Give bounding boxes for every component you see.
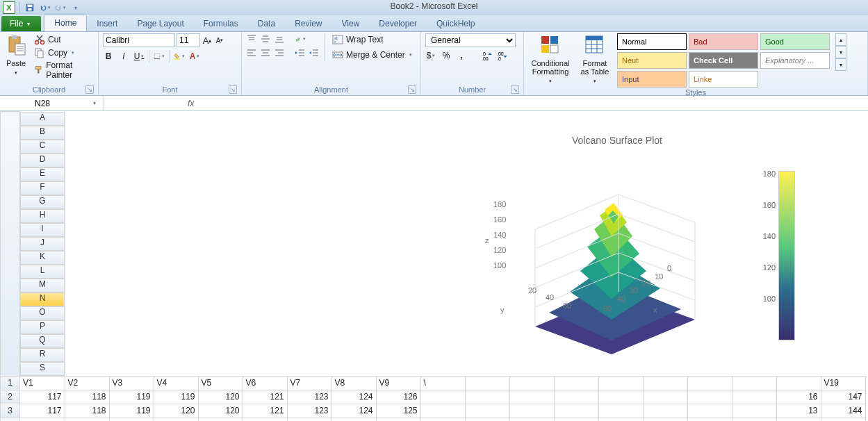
style-cell[interactable]: Neut [617,52,687,69]
increase-indent-icon[interactable] [309,47,320,58]
number-format-select[interactable]: General [425,33,516,47]
styles-scroll-up-icon[interactable]: ▴ [835,33,846,46]
style-cell[interactable]: Linke [689,71,758,88]
increase-decimal-icon[interactable]: .0.00 [481,50,492,61]
cell[interactable] [509,376,554,390]
fill-color-button[interactable] [174,51,185,62]
decrease-decimal-icon[interactable]: .00.0 [496,50,507,61]
qat-customize-icon[interactable]: ▾ [70,2,81,13]
align-center-icon[interactable] [260,47,271,58]
cell[interactable] [554,390,598,404]
decrease-indent-icon[interactable] [295,47,306,58]
cell[interactable] [554,376,598,390]
col-header[interactable]: R [20,348,65,362]
cell[interactable] [465,404,509,418]
cell[interactable]: V5 [198,376,243,390]
cell[interactable]: 122 [287,418,331,421]
save-icon[interactable] [24,2,35,13]
undo-icon[interactable] [40,2,51,13]
cell[interactable]: 117 [20,404,65,418]
col-header[interactable]: G [20,195,65,209]
cell[interactable]: V3 [109,376,154,390]
cell[interactable]: \ [420,376,465,390]
cell[interactable] [420,404,465,418]
cell[interactable] [732,404,776,418]
wrap-text-button[interactable]: abcWrap Text [330,33,414,46]
cell[interactable] [509,418,554,421]
decrease-font-icon[interactable]: A▾ [214,35,225,46]
cell[interactable]: 117 [65,418,109,421]
cell[interactable]: 144 [821,404,865,418]
cell[interactable] [554,404,598,418]
font-dialog-launcher[interactable]: ↘ [229,85,237,94]
cell[interactable] [687,404,732,418]
cell[interactable]: V4 [154,376,198,390]
cell[interactable]: V1 [20,376,65,390]
col-header[interactable]: K [20,251,65,265]
worksheet[interactable]: ABCDEFGHIJKLMNOPQRS1V1V2V3V4V5V6V7V8V9\V… [0,111,868,421]
cell[interactable]: 141 [821,418,865,421]
cell[interactable]: 123 [287,404,331,418]
copy-button[interactable]: Copy [32,47,94,59]
cell[interactable] [598,418,643,421]
cell[interactable]: 119 [109,390,154,404]
col-header[interactable]: Q [20,334,65,348]
cell[interactable] [643,376,687,390]
align-middle-icon[interactable] [260,33,271,44]
orientation-icon[interactable]: ab [295,33,306,44]
cell[interactable] [420,390,465,404]
cell[interactable]: 118 [109,418,154,421]
align-bottom-icon[interactable] [274,33,285,44]
cell[interactable] [732,418,776,421]
cell[interactable]: 121 [243,418,287,421]
cell[interactable] [687,390,732,404]
conditional-formatting-button[interactable]: Conditional Formatting▾ [528,33,573,85]
italic-button[interactable]: I [118,51,129,62]
cell[interactable] [687,418,732,421]
cell[interactable]: 11 [776,418,821,421]
row-header[interactable]: 3 [1,404,20,418]
cell[interactable] [643,404,687,418]
cell[interactable] [643,418,687,421]
tab-developer[interactable]: Developer [369,16,427,31]
cell[interactable]: 120 [154,404,198,418]
cell[interactable] [732,390,776,404]
cell[interactable]: 123 [331,418,376,421]
tab-review[interactable]: Review [285,16,331,31]
merge-center-button[interactable]: Merge & Center [330,49,414,61]
tab-formulas[interactable]: Formulas [194,16,248,31]
tab-home[interactable]: Home [44,15,87,31]
cell[interactable] [420,418,465,421]
col-header[interactable]: D [20,154,65,167]
cell[interactable] [509,404,554,418]
cut-button[interactable]: Cut [32,33,94,46]
accounting-format-icon[interactable]: $ [425,50,436,61]
borders-button[interactable] [154,51,165,62]
select-all-corner[interactable] [1,112,20,377]
tab-data[interactable]: Data [248,16,285,31]
style-cell[interactable]: Bad [689,33,758,50]
cell[interactable]: 120 [198,418,243,421]
tab-view[interactable]: View [332,16,370,31]
cell[interactable]: 118 [65,404,109,418]
col-header[interactable]: M [20,279,65,292]
cell[interactable]: 124 [331,404,376,418]
cell[interactable] [687,376,732,390]
cell[interactable] [554,418,598,421]
underline-button[interactable]: U [133,51,145,62]
paste-button[interactable]: Paste▾ [4,33,28,76]
col-header[interactable]: S [20,362,65,376]
col-header[interactable]: H [20,209,65,223]
style-cell[interactable]: Input [617,71,687,88]
col-header[interactable]: E [20,167,65,181]
formula-input[interactable] [199,96,868,110]
cell[interactable] [465,418,509,421]
col-header[interactable]: J [20,237,65,251]
tab-insert[interactable]: Insert [87,16,127,31]
row-header[interactable]: 1 [1,376,20,390]
cell[interactable] [598,376,643,390]
cell[interactable]: 124 [331,390,376,404]
cell[interactable] [776,376,821,390]
style-cell[interactable]: Check Cell [689,52,758,69]
styles-gallery[interactable]: NormalBadGoodNeutCheck CellExplanatory .… [617,33,830,88]
